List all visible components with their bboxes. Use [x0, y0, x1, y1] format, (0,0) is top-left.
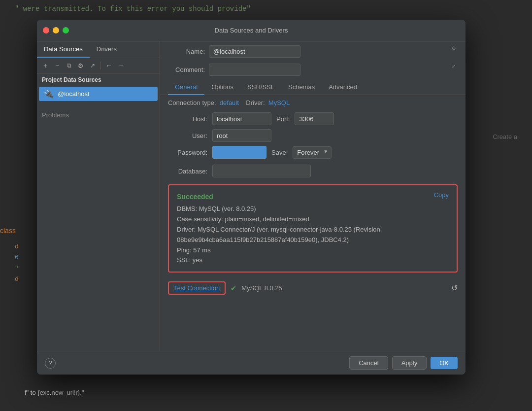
copy-button[interactable]: ⧉: [64, 60, 74, 71]
tab-schemas[interactable]: Schemas: [281, 80, 322, 95]
left-panel: Data Sources Drivers + − ⧉ ⚙ ↗ ← → Proje…: [37, 41, 160, 351]
database-row: Database:: [160, 163, 466, 179]
password-row: Password: Save: Forever ▼: [168, 146, 458, 159]
name-input[interactable]: [209, 45, 300, 58]
ok-button[interactable]: OK: [431, 357, 458, 369]
tab-drivers[interactable]: Drivers: [90, 41, 124, 58]
driver-value[interactable]: MySQL: [268, 99, 290, 106]
database-label: Database:: [168, 168, 207, 175]
datasource-item-localhost[interactable]: 🔌 @localhost: [39, 87, 158, 101]
tab-data-sources[interactable]: Data Sources: [37, 41, 90, 58]
apply-button[interactable]: Apply: [392, 356, 427, 370]
title-bar: Data Sources and Drivers: [37, 20, 466, 41]
refresh-button[interactable]: ↺: [451, 283, 458, 293]
user-row: User:: [168, 129, 458, 142]
success-label: Succeeded: [177, 191, 213, 202]
copy-button[interactable]: Copy: [434, 191, 449, 199]
dialog-title: Data Sources and Drivers: [215, 27, 288, 34]
save-value-text: Forever: [297, 149, 319, 156]
window-controls: [43, 27, 69, 34]
bg-class-keyword: class: [0, 227, 16, 235]
export-button[interactable]: ↗: [87, 60, 98, 71]
cancel-button[interactable]: Cancel: [349, 356, 388, 370]
left-toolbar: + − ⧉ ⚙ ↗ ← →: [37, 58, 160, 73]
success-line6: SSL: yes: [177, 255, 449, 266]
comment-expand-icon: ⤢: [452, 64, 456, 69]
password-input[interactable]: [212, 146, 266, 159]
minimize-button[interactable]: [53, 27, 59, 34]
success-line2: Case sensitivity: plain=mixed, delimited…: [177, 214, 449, 225]
conn-type-label: Connection type:: [168, 99, 216, 106]
save-dropdown[interactable]: Forever ▼: [293, 146, 332, 159]
close-button[interactable]: [43, 27, 49, 34]
toolbar-separator: [100, 62, 101, 69]
left-tab-bar: Data Sources Drivers: [37, 41, 160, 58]
save-chevron-icon: ▼: [323, 149, 328, 154]
dialog-body: Data Sources Drivers + − ⧉ ⚙ ↗ ← → Proje…: [37, 41, 466, 351]
test-connection-button[interactable]: Test Connection: [168, 281, 226, 295]
maximize-button[interactable]: [63, 27, 69, 34]
password-label: Password:: [168, 149, 207, 156]
save-label: Save:: [271, 149, 288, 156]
dialog: Data Sources and Drivers Data Sources Dr…: [37, 20, 466, 375]
dialog-footer: ? Cancel Apply OK: [37, 351, 466, 375]
host-label: Host:: [168, 115, 207, 123]
tab-general[interactable]: General: [168, 80, 204, 95]
right-tab-bar: General Options SSH/SSL Schemas Advanced: [160, 80, 466, 95]
tab-ssh-ssl[interactable]: SSH/SSL: [240, 80, 281, 95]
comment-label: Comment:: [168, 66, 205, 73]
datasource-icon: 🔌: [44, 89, 54, 99]
success-header-row: Succeeded Copy: [177, 191, 449, 202]
settings-button[interactable]: ⚙: [75, 60, 86, 71]
back-button[interactable]: ←: [103, 60, 114, 71]
success-box: Succeeded Copy DBMS: MySQL (ver. 8.0.25)…: [168, 184, 458, 273]
add-button[interactable]: +: [40, 60, 51, 71]
test-connection-check-icon: ✔: [231, 284, 236, 292]
datasource-label: @localhost: [58, 90, 90, 98]
remove-button[interactable]: −: [52, 60, 63, 71]
help-button[interactable]: ?: [45, 358, 56, 369]
bg-right-text: Create a: [493, 133, 517, 140]
bg-bottom-line: f" to {exc.new_url!r}.": [25, 389, 84, 396]
name-field-wrapper: ⊙: [209, 45, 458, 58]
success-line3: Driver: MySQL Connector/J (ver. mysql-co…: [177, 225, 449, 235]
comment-input[interactable]: [209, 64, 300, 76]
tab-advanced[interactable]: Advanced: [322, 80, 364, 95]
host-port-row: Host: Port:: [168, 112, 458, 125]
name-expand-icon: ⊙: [452, 45, 456, 51]
comment-row: Comment: ⤢: [160, 60, 466, 78]
success-line1: DBMS: MySQL (ver. 8.0.25): [177, 204, 449, 214]
name-row: Name: ⊙: [160, 41, 466, 60]
forward-button[interactable]: →: [115, 60, 126, 71]
name-label: Name:: [168, 48, 205, 55]
bg-top-line: " were transmitted. To fix this error yo…: [15, 5, 517, 13]
host-input[interactable]: [212, 112, 271, 125]
user-label: User:: [168, 132, 207, 139]
bg-code-lines: d 6 " d: [15, 241, 19, 285]
success-line4: 08be9e9b4cba6aa115f9b27b215887af40b159e0…: [177, 235, 449, 245]
conn-type-value[interactable]: default: [220, 99, 239, 106]
port-input[interactable]: [295, 112, 334, 125]
form-fields: Host: Port: User: Password: Save: For: [160, 110, 466, 161]
test-connection-row: Test Connection ✔ MySQL 8.0.25 ↺: [160, 277, 466, 299]
problems-section[interactable]: Problems: [37, 102, 160, 123]
comment-field-wrapper: ⤢: [209, 64, 458, 76]
success-line5: Ping: 57 ms: [177, 245, 449, 256]
driver-label: Driver:: [246, 99, 265, 106]
user-input[interactable]: [212, 129, 271, 142]
section-header: Project Data Sources: [37, 73, 160, 86]
test-connection-info: MySQL 8.0.25: [241, 284, 282, 292]
right-panel: Name: ⊙ Comment: ⤢ General Options SSH/S…: [160, 41, 466, 351]
database-input[interactable]: [212, 165, 311, 177]
conn-type-row: Connection type: default Driver: MySQL: [160, 95, 466, 110]
tab-options[interactable]: Options: [204, 80, 240, 95]
port-label: Port:: [276, 115, 290, 123]
